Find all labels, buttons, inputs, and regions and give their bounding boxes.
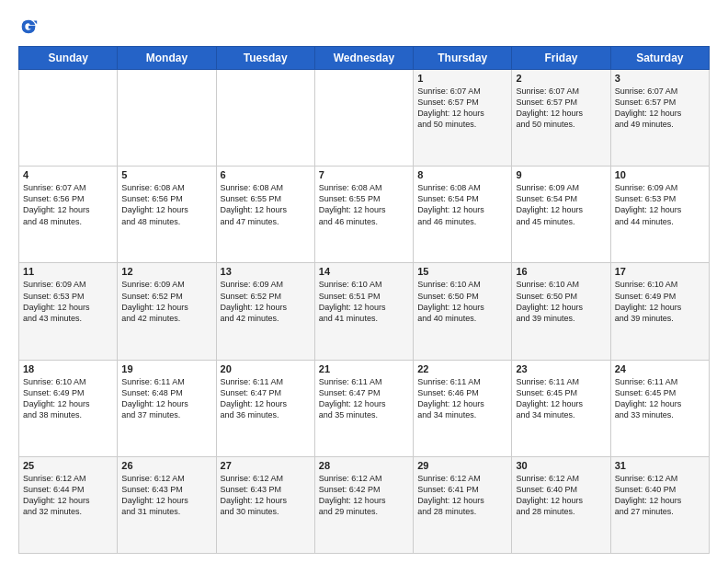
sunrise-text: Sunrise: 6:12 AM — [121, 474, 185, 483]
daylight-text: Daylight: 12 hours — [615, 399, 682, 408]
sunset-text: Sunset: 6:47 PM — [319, 388, 381, 397]
sunset-text: Sunset: 6:57 PM — [516, 98, 577, 107]
daylight-text: and 46 minutes. — [417, 217, 476, 226]
daylight-text: and 50 minutes. — [516, 120, 574, 129]
sunset-text: Sunset: 6:42 PM — [319, 485, 381, 494]
day-number: 4 — [23, 169, 113, 180]
sunrise-text: Sunrise: 6:08 AM — [417, 183, 481, 192]
daylight-text: and 29 minutes. — [319, 507, 378, 516]
day-number: 5 — [121, 169, 211, 180]
sunset-text: Sunset: 6:52 PM — [121, 292, 183, 301]
day-number: 25 — [23, 460, 113, 471]
daylight-text: and 41 minutes. — [319, 314, 378, 323]
table-row: 6Sunrise: 6:08 AMSunset: 6:55 PMDaylight… — [216, 167, 314, 263]
daylight-text: Daylight: 12 hours — [516, 399, 583, 408]
sunrise-text: Sunrise: 6:09 AM — [221, 280, 284, 289]
sunrise-text: Sunrise: 6:11 AM — [121, 377, 185, 386]
daylight-text: Daylight: 12 hours — [417, 303, 484, 312]
sunset-text: Sunset: 6:47 PM — [221, 388, 282, 397]
table-row: 10Sunrise: 6:09 AMSunset: 6:53 PMDayligh… — [610, 167, 709, 263]
sunrise-text: Sunrise: 6:10 AM — [417, 280, 481, 289]
calendar-header-row: Sunday Monday Tuesday Wednesday Thursday… — [19, 47, 710, 70]
cell-info: Sunrise: 6:11 AMSunset: 6:45 PMDaylight:… — [516, 376, 606, 421]
day-number: 23 — [516, 363, 606, 374]
sunrise-text: Sunrise: 6:07 AM — [417, 86, 481, 96]
table-row: 12Sunrise: 6:09 AMSunset: 6:52 PMDayligh… — [118, 263, 216, 360]
sunset-text: Sunset: 6:40 PM — [615, 485, 677, 494]
daylight-text: Daylight: 12 hours — [417, 109, 484, 118]
cell-info: Sunrise: 6:09 AMSunset: 6:54 PMDaylight:… — [516, 182, 606, 227]
table-row: 11Sunrise: 6:09 AMSunset: 6:53 PMDayligh… — [19, 263, 118, 360]
day-number: 24 — [615, 363, 705, 374]
calendar-week-row: 11Sunrise: 6:09 AMSunset: 6:53 PMDayligh… — [19, 263, 710, 360]
cell-info: Sunrise: 6:12 AMSunset: 6:40 PMDaylight:… — [516, 473, 606, 518]
sunrise-text: Sunrise: 6:09 AM — [615, 183, 678, 192]
sunrise-text: Sunrise: 6:07 AM — [615, 86, 678, 96]
daylight-text: and 46 minutes. — [319, 217, 378, 226]
day-number: 2 — [516, 73, 606, 84]
header — [18, 17, 710, 37]
table-row: 23Sunrise: 6:11 AMSunset: 6:45 PMDayligh… — [512, 360, 610, 456]
daylight-text: and 28 minutes. — [516, 507, 574, 516]
day-number: 8 — [417, 169, 507, 180]
day-number: 7 — [319, 169, 409, 180]
day-number: 21 — [319, 363, 409, 374]
sunrise-text: Sunrise: 6:08 AM — [221, 183, 284, 192]
sunrise-text: Sunrise: 6:11 AM — [516, 377, 579, 386]
day-number: 16 — [516, 266, 606, 277]
sunset-text: Sunset: 6:50 PM — [516, 292, 577, 301]
daylight-text: Daylight: 12 hours — [417, 496, 484, 505]
daylight-text: Daylight: 12 hours — [221, 205, 288, 214]
table-row: 17Sunrise: 6:10 AMSunset: 6:49 PMDayligh… — [610, 263, 709, 360]
daylight-text: and 34 minutes. — [417, 410, 476, 419]
sunset-text: Sunset: 6:50 PM — [417, 292, 479, 301]
cell-info: Sunrise: 6:11 AMSunset: 6:48 PMDaylight:… — [121, 376, 211, 421]
daylight-text: Daylight: 12 hours — [615, 109, 682, 118]
sunrise-text: Sunrise: 6:10 AM — [615, 280, 678, 289]
calendar-table: Sunday Monday Tuesday Wednesday Thursday… — [18, 46, 710, 554]
table-row: 15Sunrise: 6:10 AMSunset: 6:50 PMDayligh… — [414, 263, 512, 360]
cell-info: Sunrise: 6:12 AMSunset: 6:41 PMDaylight:… — [417, 473, 507, 518]
daylight-text: Daylight: 12 hours — [615, 205, 682, 214]
daylight-text: and 40 minutes. — [417, 314, 476, 323]
table-row: 4Sunrise: 6:07 AMSunset: 6:56 PMDaylight… — [19, 167, 118, 263]
daylight-text: Daylight: 12 hours — [319, 399, 386, 408]
col-wednesday: Wednesday — [314, 47, 413, 70]
day-number: 3 — [615, 73, 705, 84]
daylight-text: Daylight: 12 hours — [221, 496, 288, 505]
daylight-text: and 42 minutes. — [121, 314, 180, 323]
sunset-text: Sunset: 6:54 PM — [516, 194, 577, 203]
daylight-text: Daylight: 12 hours — [121, 496, 188, 505]
sunset-text: Sunset: 6:56 PM — [121, 194, 183, 203]
daylight-text: Daylight: 12 hours — [516, 205, 583, 214]
table-row: 14Sunrise: 6:10 AMSunset: 6:51 PMDayligh… — [314, 263, 413, 360]
sunrise-text: Sunrise: 6:12 AM — [417, 474, 481, 483]
sunset-text: Sunset: 6:46 PM — [417, 388, 479, 397]
cell-info: Sunrise: 6:10 AMSunset: 6:50 PMDaylight:… — [417, 279, 507, 324]
cell-info: Sunrise: 6:09 AMSunset: 6:52 PMDaylight:… — [121, 279, 211, 324]
table-row: 28Sunrise: 6:12 AMSunset: 6:42 PMDayligh… — [314, 456, 413, 553]
sunrise-text: Sunrise: 6:12 AM — [615, 474, 678, 483]
cell-info: Sunrise: 6:08 AMSunset: 6:55 PMDaylight:… — [319, 182, 409, 227]
table-row: 22Sunrise: 6:11 AMSunset: 6:46 PMDayligh… — [414, 360, 512, 456]
sunrise-text: Sunrise: 6:10 AM — [319, 280, 382, 289]
table-row: 13Sunrise: 6:09 AMSunset: 6:52 PMDayligh… — [216, 263, 314, 360]
day-number: 6 — [221, 169, 311, 180]
cell-info: Sunrise: 6:10 AMSunset: 6:49 PMDaylight:… — [615, 279, 705, 324]
cell-info: Sunrise: 6:08 AMSunset: 6:56 PMDaylight:… — [121, 182, 211, 227]
day-number: 31 — [615, 460, 705, 471]
day-number: 13 — [221, 266, 311, 277]
cell-info: Sunrise: 6:09 AMSunset: 6:53 PMDaylight:… — [23, 279, 113, 324]
daylight-text: and 38 minutes. — [23, 410, 82, 419]
day-number: 18 — [23, 363, 113, 374]
col-thursday: Thursday — [414, 47, 512, 70]
daylight-text: and 30 minutes. — [221, 507, 279, 516]
sunset-text: Sunset: 6:54 PM — [417, 194, 479, 203]
table-row: 26Sunrise: 6:12 AMSunset: 6:43 PMDayligh… — [118, 456, 216, 553]
sunrise-text: Sunrise: 6:08 AM — [121, 183, 185, 192]
sunset-text: Sunset: 6:43 PM — [221, 485, 282, 494]
col-monday: Monday — [118, 47, 216, 70]
daylight-text: and 47 minutes. — [221, 217, 279, 226]
day-number: 11 — [23, 266, 113, 277]
sunrise-text: Sunrise: 6:11 AM — [417, 377, 481, 386]
